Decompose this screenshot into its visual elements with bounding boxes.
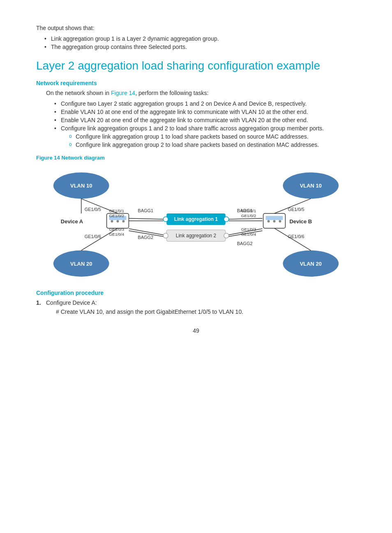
device-b-icon-inner bbox=[266, 216, 283, 220]
right-vlan10-label: VLAN 10 bbox=[300, 183, 322, 189]
step-1: 1. Configure Device A: # Create VLAN 10,… bbox=[36, 299, 356, 315]
intro-bullets: Link aggregation group 1 is a Layer 2 dy… bbox=[44, 35, 356, 50]
nr-bullet-1: Configure two Layer 2 static aggregation… bbox=[54, 100, 356, 107]
device-a-text: Device A bbox=[61, 218, 83, 225]
left-ge106-label: GE1/0/6 bbox=[85, 234, 101, 239]
page-number: 49 bbox=[36, 327, 356, 334]
right-ge102-label: GE1/0/2 bbox=[241, 213, 256, 218]
nr-sub-bullet-2: Configure link aggregation group 2 to lo… bbox=[69, 141, 356, 148]
intro-bullet-2: The aggregation group contains three Sel… bbox=[44, 44, 356, 50]
step-1-text: Configure Device A: bbox=[46, 299, 97, 306]
right-line-top1 bbox=[229, 218, 263, 219]
nr-sub-bullets: Configure link aggregation group 1 to lo… bbox=[69, 133, 356, 148]
device-b-dot3 bbox=[279, 220, 281, 222]
left-vlan10-label: VLAN 10 bbox=[70, 183, 92, 189]
device-a-dot2 bbox=[116, 220, 119, 222]
left-line-top1 bbox=[129, 218, 163, 219]
intro-bullet-1: Link aggregation group 1 is a Layer 2 dy… bbox=[44, 35, 356, 42]
nr-sub-bullet-1: Configure link aggregation group 1 to lo… bbox=[69, 133, 356, 140]
left-vlan20-label: VLAN 20 bbox=[70, 261, 92, 267]
nr-bullets: Configure two Layer 2 static aggregation… bbox=[54, 100, 356, 148]
device-a-dot1 bbox=[111, 220, 113, 222]
network-diagram: VLAN 10 VLAN 10 VLAN 20 VLAN 20 GE1/0/5 … bbox=[36, 165, 356, 281]
right-ge101-label: GE1/0/1 bbox=[241, 209, 256, 213]
link-agg2-left-connector bbox=[163, 233, 168, 238]
figure-14-link[interactable]: Figure 14 bbox=[111, 90, 135, 96]
link-agg2-text: Link aggregation 2 bbox=[176, 233, 217, 239]
left-ge102-label: GE1/0/2 bbox=[109, 213, 125, 218]
device-b-dot2 bbox=[273, 220, 276, 222]
figure-title: Figure 14 Network diagram bbox=[36, 155, 356, 161]
config-steps: 1. Configure Device A: # Create VLAN 10,… bbox=[36, 299, 356, 315]
nr-bullet-3: Enable VLAN 20 at one end of the aggrega… bbox=[54, 117, 356, 123]
right-bot-vlan-line bbox=[274, 228, 311, 250]
network-requirements-body: On the network shown in Figure 14, perfo… bbox=[46, 90, 356, 148]
device-b-dot1 bbox=[267, 220, 270, 222]
config-procedure-heading: Configuration procedure bbox=[36, 290, 356, 296]
page: The output shows that: Link aggregation … bbox=[0, 0, 392, 359]
left-ge104-label: GE1/0/4 bbox=[109, 232, 125, 236]
link-agg1-text: Link aggregation 1 bbox=[174, 216, 218, 222]
link-agg1-left-connector bbox=[163, 217, 168, 222]
device-b-text: Device B bbox=[289, 218, 312, 225]
right-bagg2-label: BAGG2 bbox=[237, 241, 253, 246]
step-1-number: 1. bbox=[36, 299, 41, 306]
nr-bullet-2: Enable VLAN 10 at one end of the aggrega… bbox=[54, 109, 356, 115]
diagram-svg: VLAN 10 VLAN 10 VLAN 20 VLAN 20 GE1/0/5 … bbox=[36, 165, 356, 280]
device-a-dot3 bbox=[122, 220, 125, 222]
output-text: The output shows that: bbox=[36, 25, 356, 31]
right-ge105-label: GE1/0/5 bbox=[288, 207, 304, 212]
link-agg2-right-connector bbox=[224, 233, 229, 238]
right-vlan20-label: VLAN 20 bbox=[300, 261, 322, 267]
left-bot-vlan-line bbox=[81, 228, 118, 250]
left-ge103-label: GE1/0/3 bbox=[109, 227, 125, 232]
left-bagg2-label: BAGG2 bbox=[138, 235, 153, 240]
nr-intro: On the network shown in Figure 14, perfo… bbox=[46, 90, 356, 96]
link-agg1-right-connector bbox=[224, 217, 229, 222]
step-1-sub-text: # Create VLAN 10, and assign the port Gi… bbox=[56, 308, 356, 315]
left-ge105-label: GE1/0/5 bbox=[85, 207, 101, 212]
section-title: Layer 2 aggregation load sharing configu… bbox=[36, 58, 356, 73]
right-ge103-label: GE1/0/3 bbox=[241, 227, 256, 232]
nr-bullet-4: Configure link aggregation groups 1 and … bbox=[54, 125, 356, 148]
left-bagg1-label: BAGG1 bbox=[138, 208, 153, 213]
step-1-sub: # Create VLAN 10, and assign the port Gi… bbox=[56, 308, 356, 315]
network-requirements-heading: Network requirements bbox=[36, 80, 356, 86]
